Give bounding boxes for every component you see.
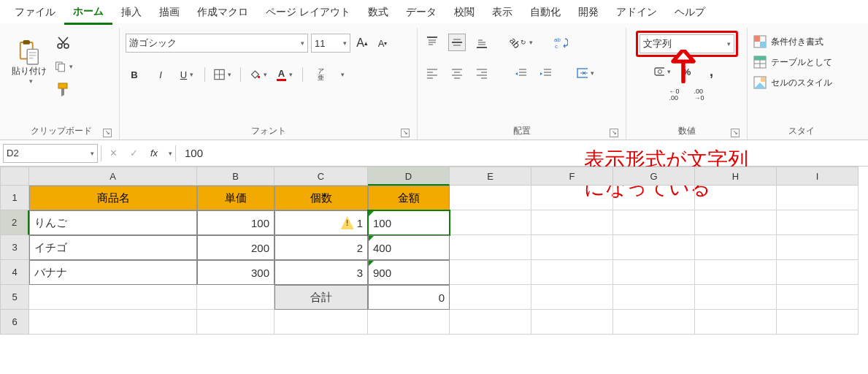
menu-item-5[interactable]: ページ レイアウト: [257, 1, 359, 23]
cell[interactable]: [777, 235, 859, 260]
cell[interactable]: [613, 310, 695, 335]
font-size-combo[interactable]: 11▾: [311, 34, 350, 53]
dialog-launcher-icon[interactable]: ↘: [610, 129, 618, 137]
cell[interactable]: [450, 260, 531, 285]
dialog-launcher-icon[interactable]: ↘: [401, 129, 410, 137]
cell[interactable]: [450, 310, 531, 335]
cancel-button[interactable]: ✕: [104, 145, 122, 162]
paste-button[interactable]: 貼り付け ▾: [9, 31, 50, 95]
col-header-D[interactable]: D: [368, 167, 450, 186]
cell[interactable]: [777, 285, 859, 310]
dialog-launcher-icon[interactable]: ↘: [103, 129, 112, 137]
cut-button[interactable]: [54, 34, 73, 53]
cell[interactable]: [777, 310, 859, 335]
col-header-H[interactable]: H: [695, 167, 777, 186]
cell[interactable]: [777, 186, 859, 210]
cell[interactable]: [29, 310, 197, 335]
cell[interactable]: [450, 235, 531, 260]
borders-button[interactable]: ▾: [214, 66, 231, 83]
cell[interactable]: 900: [368, 260, 450, 285]
comma-button[interactable]: ,: [703, 63, 721, 80]
align-middle-button[interactable]: [448, 34, 466, 51]
row-header-2[interactable]: 2: [0, 210, 29, 235]
cell[interactable]: [450, 285, 531, 310]
cell[interactable]: [695, 310, 777, 335]
menu-item-3[interactable]: 描画: [150, 1, 188, 23]
cell[interactable]: [531, 235, 613, 260]
menu-item-8[interactable]: 校閲: [445, 1, 483, 23]
align-bottom-button[interactable]: [473, 34, 491, 51]
decrease-font-button[interactable]: A▾: [374, 34, 391, 52]
underline-button[interactable]: U▾: [178, 66, 196, 83]
cell[interactable]: 100: [368, 210, 450, 235]
cell[interactable]: [695, 186, 777, 210]
cell[interactable]: 単価: [197, 186, 274, 210]
menu-item-6[interactable]: 数式: [359, 1, 397, 23]
cell[interactable]: [368, 310, 450, 335]
enter-button[interactable]: ✓: [125, 145, 142, 162]
merge-button[interactable]: ▾: [577, 64, 594, 82]
fx-button[interactable]: fx: [145, 145, 163, 162]
cell[interactable]: イチゴ: [29, 235, 197, 260]
cell[interactable]: 金額: [368, 186, 450, 210]
conditional-formatting-button[interactable]: 条件付き書式: [753, 35, 823, 48]
cell[interactable]: [695, 235, 777, 260]
row-header-1[interactable]: 1: [0, 186, 29, 210]
cell[interactable]: 0: [368, 285, 450, 310]
increase-font-button[interactable]: A▴: [353, 34, 371, 52]
row-header-3[interactable]: 3: [0, 235, 29, 260]
cell[interactable]: [29, 285, 197, 310]
dialog-launcher-icon[interactable]: ↘: [731, 129, 740, 137]
cell[interactable]: 100: [197, 210, 274, 235]
cell[interactable]: [531, 186, 613, 210]
cell[interactable]: 3: [274, 260, 368, 285]
menu-item-12[interactable]: アドイン: [607, 1, 666, 23]
cell[interactable]: [613, 210, 695, 235]
menu-item-10[interactable]: 自動化: [521, 1, 569, 23]
orientation-button[interactable]: ab↻▾: [512, 34, 530, 51]
align-center-button[interactable]: [448, 64, 466, 82]
cell[interactable]: [613, 235, 695, 260]
fill-color-button[interactable]: ▾: [250, 66, 267, 83]
name-box[interactable]: D2▾: [3, 144, 98, 163]
col-header-E[interactable]: E: [450, 167, 531, 186]
cell[interactable]: 200: [197, 235, 274, 260]
cell[interactable]: [531, 285, 613, 310]
menu-item-4[interactable]: 作成マクロ: [188, 1, 257, 23]
font-family-combo[interactable]: 游ゴシック▾: [126, 34, 308, 53]
menu-item-9[interactable]: 表示: [483, 1, 521, 23]
col-header-C[interactable]: C: [274, 167, 368, 186]
menu-item-13[interactable]: ヘルプ: [666, 1, 714, 23]
formula-input[interactable]: 100: [179, 147, 865, 159]
increase-indent-button[interactable]: [537, 64, 555, 82]
row-header-4[interactable]: 4: [0, 260, 29, 285]
cell[interactable]: 400: [368, 235, 450, 260]
cell[interactable]: [777, 210, 859, 235]
select-all-corner[interactable]: [0, 167, 29, 186]
format-as-table-button[interactable]: テーブルとして: [753, 56, 832, 69]
cell[interactable]: [695, 210, 777, 235]
align-right-button[interactable]: [473, 64, 491, 82]
cell[interactable]: [531, 310, 613, 335]
cell[interactable]: 個数: [274, 186, 368, 210]
copy-button[interactable]: ▾: [54, 57, 73, 76]
cell[interactable]: [695, 260, 777, 285]
menu-item-11[interactable]: 開発: [569, 1, 607, 23]
cell[interactable]: 2: [274, 235, 368, 260]
col-header-B[interactable]: B: [197, 167, 274, 186]
cell[interactable]: [274, 310, 368, 335]
col-header-G[interactable]: G: [613, 167, 695, 186]
cell[interactable]: りんご: [29, 210, 197, 235]
col-header-F[interactable]: F: [531, 167, 613, 186]
cell[interactable]: 300: [197, 260, 274, 285]
align-top-button[interactable]: [423, 34, 441, 51]
cell[interactable]: [450, 186, 531, 210]
cell[interactable]: [613, 285, 695, 310]
cell[interactable]: [197, 310, 274, 335]
cell[interactable]: 合計: [274, 285, 368, 310]
cell[interactable]: [777, 260, 859, 285]
menu-item-0[interactable]: ファイル: [6, 1, 64, 23]
bold-button[interactable]: B: [126, 66, 143, 83]
italic-button[interactable]: I: [152, 66, 169, 83]
cell[interactable]: [531, 210, 613, 235]
